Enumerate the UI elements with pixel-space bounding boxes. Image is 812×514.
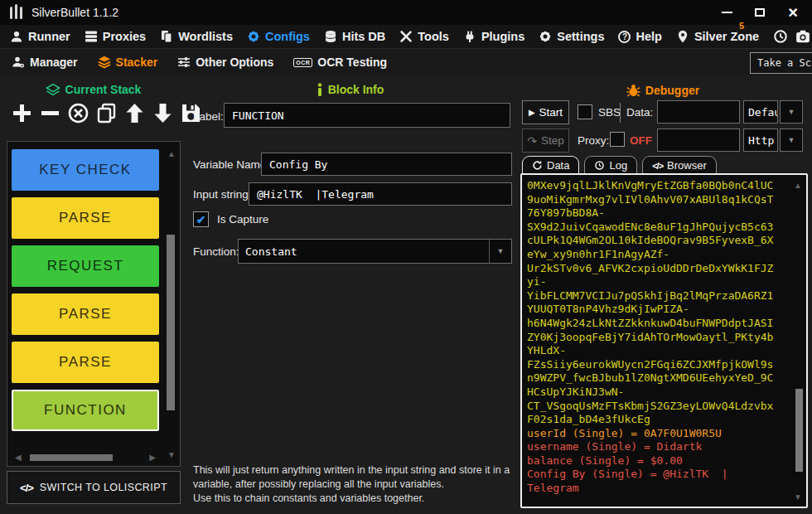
sbs-checkbox[interactable]	[578, 104, 592, 119]
block-description: This will just return anything written i…	[193, 463, 524, 506]
tab-browser[interactable]: </> Browser	[642, 156, 717, 174]
is-capture-checkbox[interactable]	[193, 211, 209, 227]
menu-item-plugins[interactable]: Plugins	[463, 30, 524, 43]
menu-label: Runner	[28, 30, 70, 43]
take-screenshot-button[interactable]: Take a Sc	[750, 52, 812, 74]
scroll-up-icon[interactable]: ▲	[794, 182, 802, 190]
description-line: Use this to chain constants and variable…	[193, 492, 524, 506]
close-button[interactable]: ×	[782, 3, 804, 22]
code-icon: </>	[20, 482, 33, 494]
divider	[620, 103, 621, 123]
proxy-label: Proxy:	[578, 134, 609, 147]
submenu-label: OCR Testing	[317, 56, 387, 69]
menu-item-proxies[interactable]: Proxies	[85, 30, 146, 43]
submenu-label: Other Options	[196, 56, 273, 69]
clear-stack-button[interactable]	[66, 101, 90, 125]
output-line: username (Single) = Didartk	[527, 440, 801, 454]
menu-item-configs[interactable]: Configs	[247, 30, 310, 43]
scrollbar-thumb[interactable]	[795, 389, 803, 472]
proxy-type-dropdown-button[interactable]: ▼	[780, 128, 803, 152]
history-icon[interactable]	[773, 29, 788, 44]
submenu-item-other-options[interactable]: Other Options	[177, 56, 273, 69]
chevron-down-icon: ▼	[781, 129, 802, 151]
output-line: Config By (Single) = @HizlTK |	[527, 468, 801, 482]
function-label: Function:	[193, 245, 239, 258]
submenu-item-stacker[interactable]: Stacker	[98, 56, 158, 69]
sliders-icon	[177, 56, 191, 69]
scroll-up-icon[interactable]: ▲	[167, 150, 176, 158]
layers-icon	[98, 56, 111, 69]
proxy-input[interactable]	[657, 128, 740, 152]
menu-item-tools[interactable]: Tools	[399, 30, 449, 43]
move-down-button[interactable]	[151, 101, 175, 125]
stack-horizontal-scrollbar[interactable]: ◀ ▶	[12, 451, 159, 464]
ocr-icon: OCR	[293, 58, 312, 67]
configs-gear-icon	[247, 30, 260, 43]
function-select[interactable]: Constant ▼	[238, 239, 512, 264]
output-line: FZsSiiy6eurokWUycn2FGqi6ZCJXMfpjkOWl9s	[527, 358, 801, 372]
silverbullet-logo-icon	[8, 3, 25, 22]
debug-data-input[interactable]	[657, 100, 740, 124]
output-line: Telegram	[527, 482, 801, 496]
output-line: n9WZPV_fwcBJbub1lZ0NgtXMD6UEehyxYeD_9C	[527, 371, 801, 386]
clone-block-button[interactable]	[94, 101, 118, 125]
label-input[interactable]	[224, 103, 510, 128]
stack-block[interactable]: PARSE	[12, 342, 159, 383]
camera-icon[interactable]	[795, 29, 810, 44]
minimize-button[interactable]	[716, 3, 737, 22]
submenu: Manager Stacker Other Options OCR OCR Te…	[0, 50, 812, 75]
stack-block[interactable]: KEY CHECK	[12, 149, 159, 191]
tab-log[interactable]: Log	[584, 156, 637, 174]
stack-vertical-scrollbar[interactable]: ▲ ▼	[163, 142, 180, 466]
add-block-button[interactable]	[10, 101, 34, 125]
submenu-item-manager[interactable]: Manager	[12, 56, 78, 69]
chevron-down-icon: ▼	[781, 101, 802, 123]
input-string-input[interactable]	[249, 182, 512, 206]
proxy-checkbox[interactable]	[610, 132, 625, 147]
step-button[interactable]: ↷ Step	[522, 128, 569, 153]
output-line: ZY0Kj3oopqFeBjY7idAhTOrMowOaytl_PKty4b	[527, 331, 801, 345]
wordlist-type-dropdown-button[interactable]: ▼	[780, 100, 803, 124]
scroll-left-icon[interactable]: ◀	[15, 453, 22, 462]
menu-label: Configs	[265, 30, 310, 43]
remove-block-button[interactable]	[38, 101, 62, 125]
tab-label: Data	[547, 159, 569, 172]
scroll-down-icon[interactable]: ▼	[167, 451, 176, 459]
stack-block[interactable]: FUNCTION	[12, 390, 159, 431]
wordlist-type-select[interactable]: Default	[743, 100, 778, 124]
stack-block[interactable]: PARSE	[12, 293, 159, 335]
scroll-right-icon[interactable]: ▶	[149, 453, 156, 462]
step-label: Step	[541, 134, 564, 147]
app-window: SilverBullet 1.1.2 × Runner Proxies Word…	[0, 0, 812, 514]
silver-zone-badge: 5	[739, 21, 744, 31]
menu-item-wordlists[interactable]: Wordlists	[160, 30, 233, 43]
description-line: This will just return anything written i…	[193, 463, 524, 492]
stack-container: KEY CHECKPARSEREQUESTPARSEPARSEFUNCTION …	[7, 141, 181, 467]
start-button[interactable]: ▶ Start	[522, 100, 569, 124]
submenu-item-ocr-testing[interactable]: OCR OCR Testing	[293, 56, 387, 69]
chevron-down-icon[interactable]: ▼	[489, 240, 511, 263]
switch-to-loliscript-button[interactable]: </> SWITCH TO LOLISCRIPT	[7, 471, 181, 504]
move-up-button[interactable]	[123, 101, 147, 125]
maximize-button[interactable]	[749, 3, 771, 22]
proxy-type-select[interactable]: Http	[743, 128, 778, 152]
output-line: CT_VSgoqUsMzFTsKbmjS2GZ3eyLOWvQ4Ldzvbx	[527, 400, 801, 414]
tab-data[interactable]: Data	[522, 156, 579, 174]
refresh-icon	[532, 160, 543, 171]
menu-item-hits-db[interactable]: Hits DB	[324, 30, 385, 43]
stack-block[interactable]: REQUEST	[12, 245, 159, 287]
menu-item-runner[interactable]: Runner	[10, 30, 70, 43]
stack-block[interactable]: PARSE	[12, 197, 159, 239]
menu-item-help[interactable]: ? Help	[618, 30, 661, 43]
scroll-down-icon[interactable]: ▼	[794, 493, 802, 502]
tab-label: Log	[609, 159, 627, 172]
manager-icon	[12, 56, 25, 69]
input-string-label: Input string:	[193, 188, 252, 201]
variable-name-input[interactable]	[261, 153, 512, 176]
menu-item-settings[interactable]: Settings	[539, 30, 604, 43]
menu-item-silver-zone[interactable]: 5 Silver Zone	[676, 30, 759, 43]
debug-data-panel: 0MXev9jqlLJklKnVgMryEtZGBfa0BQb0nC4lUC9u…	[520, 173, 808, 508]
output-line: YUUQT0T8nP4Vhz9dKjIwPIZA-	[527, 303, 801, 317]
scrollbar-thumb[interactable]	[167, 235, 175, 410]
scrollbar-thumb[interactable]	[30, 454, 113, 461]
